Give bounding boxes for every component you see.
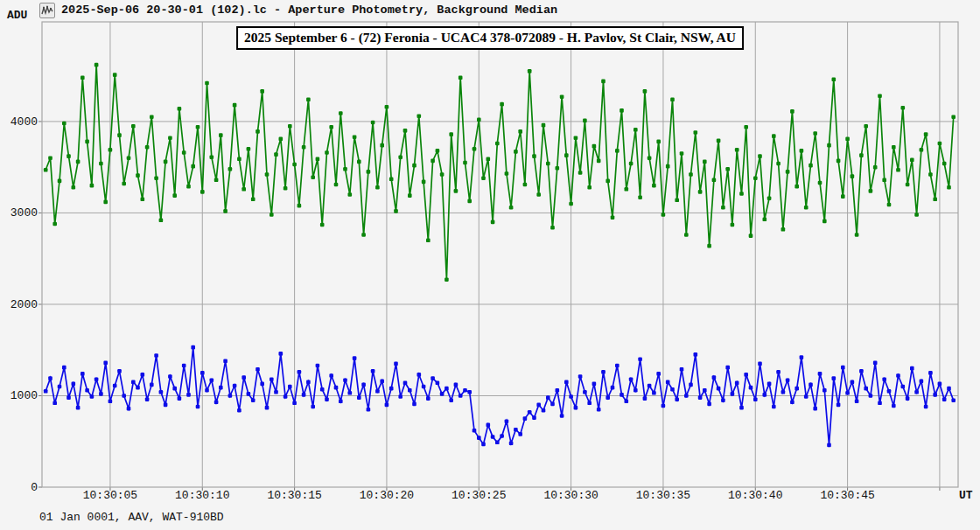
series-blue-point [242, 375, 246, 380]
series-blue-point [168, 374, 172, 379]
series-blue-point [675, 397, 679, 401]
series-blue-point [763, 393, 767, 397]
series-blue-point [251, 398, 256, 402]
series-green-point [882, 178, 886, 183]
series-green-point [514, 150, 518, 154]
series-blue-point [44, 389, 48, 394]
series-green-point [131, 124, 136, 129]
series-green-point [666, 164, 670, 169]
light-curve-plot [0, 0, 980, 530]
series-green-point [808, 164, 813, 168]
series-blue-point [486, 423, 491, 428]
series-green-point [219, 133, 223, 137]
series-blue-point [178, 396, 182, 401]
series-blue-point [186, 393, 191, 397]
series-green-point [85, 140, 89, 144]
series-green-point [371, 121, 375, 125]
series-blue-point [855, 400, 859, 404]
series-green-point [491, 220, 495, 225]
series-green-point [200, 190, 205, 194]
series-green-point [58, 179, 62, 184]
series-green-point [850, 174, 855, 178]
series-blue-point [292, 401, 297, 406]
series-blue-point [845, 391, 850, 395]
series-green-point [924, 132, 928, 136]
series-green-point [694, 130, 698, 135]
series-green-point [444, 277, 449, 282]
series-blue-point [228, 394, 233, 398]
series-green-point [518, 129, 522, 134]
series-blue-point [790, 401, 794, 405]
series-green-point [735, 148, 739, 152]
series-blue-point [892, 404, 896, 408]
series-blue-point [836, 403, 841, 408]
series-blue-point [325, 397, 329, 401]
series-green-point [725, 167, 730, 171]
series-blue-point [611, 386, 615, 390]
series-green-point [583, 119, 587, 123]
series-green-point [422, 180, 426, 185]
series-green-point [749, 234, 753, 238]
series-green-point [66, 154, 71, 158]
series-blue-point [430, 376, 435, 380]
series-blue-point [914, 390, 919, 394]
series-blue-point [353, 356, 357, 360]
series-green-point [430, 159, 435, 164]
series-blue-point [942, 397, 947, 401]
series-green-point [233, 103, 237, 108]
series-blue-point [606, 395, 610, 400]
series-green-point [353, 135, 357, 139]
series-blue-point [629, 377, 634, 381]
series-green-point [361, 233, 366, 237]
series-green-point [298, 204, 302, 208]
series-green-line [46, 65, 954, 280]
series-blue-point [749, 386, 753, 390]
series-green-point [744, 125, 748, 129]
series-blue-point [108, 400, 113, 404]
series-blue-point [270, 377, 274, 381]
series-green-point [606, 179, 610, 184]
series-blue-point [947, 387, 951, 391]
series-blue-point [94, 377, 99, 381]
series-green-point [467, 199, 472, 204]
series-blue-point [906, 396, 910, 401]
series-green-point [80, 76, 85, 80]
series-green-point [643, 89, 648, 94]
series-blue-point [131, 380, 136, 385]
series-green-point [113, 73, 117, 77]
series-blue-point [62, 366, 66, 370]
series-blue-point [214, 401, 219, 405]
series-green-point [164, 160, 168, 164]
series-green-point [542, 123, 546, 128]
series-green-point [150, 115, 154, 119]
series-green-point [786, 170, 790, 174]
series-green-point [569, 202, 573, 206]
series-green-point [375, 185, 380, 190]
series-green-point [284, 186, 288, 191]
series-blue-point [408, 388, 412, 393]
series-green-point [536, 192, 541, 197]
series-blue-point [440, 392, 444, 396]
series-blue-point [587, 401, 592, 406]
series-green-point [454, 189, 458, 193]
series-green-point [214, 178, 219, 183]
series-green-point [523, 183, 528, 187]
series-green-point [656, 140, 661, 144]
series-blue-point [219, 386, 223, 390]
series-blue-point [210, 378, 214, 382]
series-blue-point [90, 394, 94, 399]
series-blue-point [284, 394, 288, 399]
series-blue-point [403, 381, 408, 386]
series-green-point [887, 203, 892, 207]
series-blue-point [306, 380, 311, 385]
series-blue-point [380, 380, 384, 384]
series-blue-point [928, 371, 933, 375]
series-green-point [611, 215, 615, 220]
series-blue-point [339, 400, 343, 404]
series-green-point [486, 157, 491, 162]
series-green-point [408, 193, 412, 198]
series-green-point [426, 239, 430, 243]
series-blue-point [76, 406, 80, 410]
series-green-point [270, 213, 274, 217]
series-blue-point [869, 394, 873, 398]
